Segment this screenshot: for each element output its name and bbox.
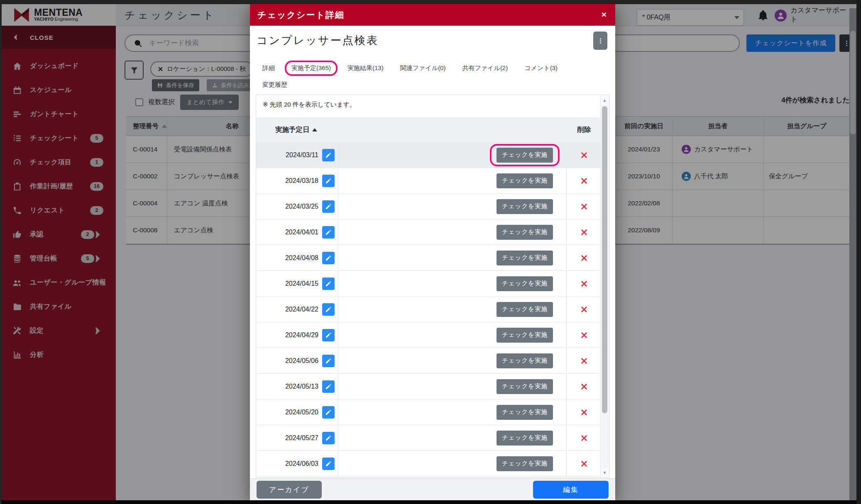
edit-date-button[interactable] bbox=[322, 458, 335, 470]
schedule-delete-cell bbox=[567, 297, 602, 322]
schedule-date-cell: 2024/04/01 bbox=[256, 219, 338, 245]
edit-date-button[interactable] bbox=[322, 380, 335, 393]
edit-date-button[interactable] bbox=[322, 278, 335, 290]
schedule-date-cell: 2024/04/08 bbox=[256, 245, 338, 270]
modal-tab[interactable]: コメント(3) bbox=[524, 64, 558, 72]
schedule-row: 2024/04/01チェックを実施 bbox=[256, 219, 602, 245]
delete-row-button[interactable] bbox=[580, 305, 589, 314]
run-check-button[interactable]: チェックを実施 bbox=[497, 456, 553, 471]
schedule-row: 2024/03/11チェックを実施 bbox=[256, 142, 602, 168]
schedule-delete-cell bbox=[567, 142, 602, 168]
edit-date-button[interactable] bbox=[322, 329, 335, 341]
run-check-button[interactable]: チェックを実施 bbox=[497, 328, 553, 343]
modal-tab[interactable]: 関連ファイル(0) bbox=[400, 64, 446, 72]
modal-tab[interactable]: 実施結果(13) bbox=[347, 64, 384, 72]
schedule-rows: 2024/03/11チェックを実施2024/03/18チェックを実施2024/0… bbox=[256, 142, 602, 477]
schedule-row: 2024/05/20チェックを実施 bbox=[256, 399, 602, 425]
edit-date-button[interactable] bbox=[322, 432, 335, 444]
schedule-date-cell: 2024/05/06 bbox=[256, 348, 338, 373]
schedule-action-cell: チェックを実施 bbox=[338, 219, 567, 245]
run-check-button[interactable]: チェックを実施 bbox=[497, 225, 553, 240]
run-check-button[interactable]: チェックを実施 bbox=[497, 173, 553, 188]
pencil-icon bbox=[325, 280, 332, 287]
edit-date-button[interactable] bbox=[322, 226, 335, 239]
modal-tab[interactable]: 実施予定(365) bbox=[291, 64, 331, 72]
schedule-date-column-header[interactable]: 実施予定日 bbox=[256, 125, 338, 134]
schedule-date: 2024/04/22 bbox=[285, 306, 318, 313]
screenshot-root: MENTENA YACHIYO Engineering チェックシート * 0F… bbox=[0, 0, 861, 504]
run-check-button[interactable]: チェックを実施 bbox=[497, 276, 553, 291]
schedule-date: 2024/04/15 bbox=[285, 280, 318, 287]
run-check-button[interactable]: チェックを実施 bbox=[497, 251, 553, 265]
schedule-row: 2024/03/25チェックを実施 bbox=[256, 194, 602, 219]
schedule-delete-cell bbox=[567, 271, 602, 296]
schedule-row: 2024/04/08チェックを実施 bbox=[256, 245, 602, 271]
schedule-date-cell: 2024/05/13 bbox=[256, 374, 338, 399]
schedule-row: 2024/05/06チェックを実施 bbox=[256, 348, 602, 374]
pencil-icon bbox=[325, 460, 332, 467]
archive-button[interactable]: アーカイブ bbox=[257, 481, 322, 499]
delete-row-button[interactable] bbox=[580, 356, 589, 365]
edit-date-button[interactable] bbox=[322, 355, 335, 367]
schedule-scrollbar[interactable]: ▲ ▼ bbox=[600, 95, 609, 477]
scroll-down-icon[interactable]: ▼ bbox=[601, 468, 609, 477]
delete-row-button[interactable] bbox=[580, 408, 589, 417]
run-check-button[interactable]: チェックを実施 bbox=[497, 148, 553, 163]
pencil-icon bbox=[325, 383, 332, 390]
run-check-button[interactable]: チェックを実施 bbox=[497, 431, 553, 446]
schedule-date: 2024/03/18 bbox=[285, 177, 318, 185]
edit-date-button[interactable] bbox=[322, 303, 335, 316]
run-check-button[interactable]: チェックを実施 bbox=[497, 353, 553, 368]
delete-row-button[interactable] bbox=[580, 253, 589, 263]
delete-row-button[interactable] bbox=[580, 459, 589, 468]
schedule-action-cell: チェックを実施 bbox=[338, 451, 567, 476]
x-icon bbox=[580, 331, 588, 339]
schedule-date-cell: 2024/05/20 bbox=[256, 399, 338, 425]
x-icon bbox=[580, 409, 588, 416]
annotation-highlight: 実施予定(365) bbox=[285, 61, 338, 76]
delete-row-button[interactable] bbox=[580, 279, 589, 288]
edit-date-button[interactable] bbox=[322, 175, 335, 187]
schedule-delete-cell bbox=[567, 425, 602, 450]
schedule-delete-cell bbox=[567, 451, 602, 476]
delete-row-button[interactable] bbox=[580, 151, 589, 160]
x-icon bbox=[580, 383, 588, 390]
modal-tabs-row2: 変更履歴 bbox=[262, 79, 287, 90]
edit-button[interactable]: 編集 bbox=[533, 481, 609, 499]
modal-tab[interactable]: 詳細 bbox=[262, 64, 275, 72]
schedule-delete-cell bbox=[567, 168, 602, 193]
run-check-button[interactable]: チェックを実施 bbox=[497, 302, 553, 317]
delete-row-button[interactable] bbox=[580, 382, 589, 391]
edit-date-button[interactable] bbox=[322, 200, 335, 213]
modal-close-icon[interactable]: × bbox=[598, 8, 610, 21]
edit-date-button[interactable] bbox=[322, 252, 335, 264]
schedule-delete-cell bbox=[567, 322, 602, 348]
x-icon bbox=[580, 306, 588, 313]
schedule-date: 2024/04/29 bbox=[285, 331, 318, 339]
schedule-date: 2024/05/06 bbox=[285, 357, 318, 365]
delete-row-button[interactable] bbox=[580, 202, 589, 211]
scroll-up-icon[interactable]: ▲ bbox=[601, 95, 609, 105]
delete-row-button[interactable] bbox=[580, 228, 589, 237]
schedule-delete-cell bbox=[567, 194, 602, 219]
schedule-date: 2024/05/27 bbox=[285, 434, 318, 442]
schedule-date-cell: 2024/03/11 bbox=[256, 142, 338, 168]
modal-title: チェックシート詳細 bbox=[257, 9, 345, 21]
edit-date-button[interactable] bbox=[322, 149, 335, 161]
edit-date-button[interactable] bbox=[322, 406, 335, 419]
delete-row-button[interactable] bbox=[580, 331, 589, 340]
run-check-button[interactable]: チェックを実施 bbox=[497, 405, 553, 420]
modal-kebab-menu-icon[interactable] bbox=[593, 32, 607, 50]
run-check-button[interactable]: チェックを実施 bbox=[497, 199, 553, 214]
modal-tab[interactable]: 共有ファイル(2) bbox=[462, 64, 508, 72]
modal-tab[interactable]: 変更履歴 bbox=[262, 81, 287, 89]
run-check-button[interactable]: チェックを実施 bbox=[497, 379, 553, 394]
pencil-icon bbox=[325, 203, 332, 210]
x-icon bbox=[580, 357, 588, 365]
delete-row-button[interactable] bbox=[580, 176, 589, 185]
schedule-scrollbar-thumb[interactable] bbox=[602, 106, 607, 413]
delete-row-button[interactable] bbox=[580, 433, 589, 443]
schedule-date: 2024/03/11 bbox=[286, 151, 318, 159]
schedule-header-row: 実施予定日 削除 bbox=[256, 117, 602, 142]
schedule-action-cell: チェックを実施 bbox=[338, 168, 567, 193]
